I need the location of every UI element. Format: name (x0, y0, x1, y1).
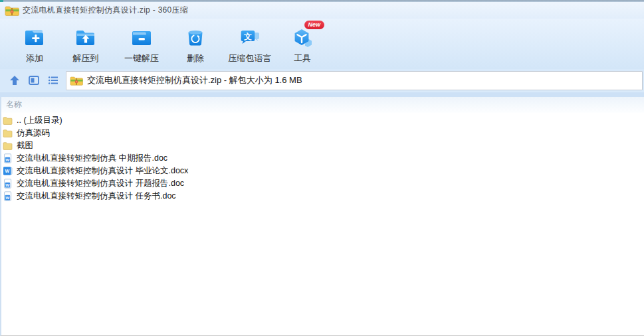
address-text: 交流电机直接转矩控制仿真设计.zip - 解包大小为 1.6 MB (87, 74, 302, 86)
word-docx-icon: W (3, 166, 13, 176)
titlebar: 交流电机直接转矩控制仿真设计.zip - 360压缩 (0, 2, 644, 19)
column-header-label: 名称 (6, 99, 22, 110)
nav-icons (0, 74, 66, 86)
list-item-docx[interactable]: W 交流电机直接转矩控制仿真设计 毕业论文.docx (1, 165, 644, 177)
archive-language-button-label: 压缩包语言 (229, 52, 272, 64)
column-header-name[interactable]: 名称 (1, 97, 644, 113)
preview-pane-icon[interactable] (28, 74, 40, 86)
extract-to-button-label: 解压到 (73, 52, 99, 64)
360zip-window: 交流电机直接转矩控制仿真设计.zip - 360压缩 添加 解 (0, 0, 644, 336)
svg-text:W: W (5, 169, 9, 173)
file-name: 交流电机直接转矩控制仿真 中期报告.doc (17, 153, 167, 164)
one-click-extract-icon (130, 27, 153, 49)
extract-to-button[interactable]: 解压到 (58, 25, 113, 64)
file-name: .. (上级目录) (17, 115, 62, 126)
svg-text:W: W (5, 157, 9, 162)
folder-icon (3, 116, 13, 126)
separator-band (0, 92, 644, 97)
delete-button-label: 删除 (187, 52, 204, 64)
list-item-folder[interactable]: 仿真源码 (1, 127, 644, 139)
add-folder-icon (23, 27, 46, 49)
word-doc-icon: W (3, 191, 13, 201)
archive-language-icon: 文 (239, 27, 261, 49)
add-button-label: 添加 (26, 52, 43, 64)
list-item-doc[interactable]: W 交流电机直接转矩控制仿真设计 开题报告.doc (1, 177, 644, 190)
window-title: 交流电机直接转矩控制仿真设计.zip - 360压缩 (23, 5, 188, 16)
new-badge: New (304, 21, 324, 29)
folder-icon (3, 141, 13, 151)
file-name: 交流电机直接转矩控制仿真设计 任务书.doc (17, 191, 176, 202)
list-item-doc[interactable]: W 交流电机直接转矩控制仿真设计 任务书.doc (1, 190, 644, 203)
up-icon[interactable] (9, 74, 21, 86)
file-name: 交流电机直接转矩控制仿真设计 毕业论文.docx (17, 165, 188, 177)
folder-icon (3, 128, 13, 138)
one-click-extract-button-label: 一键解压 (124, 52, 159, 64)
file-list: .. (上级目录) 仿真源码 截图 W (1, 113, 644, 203)
file-name: 交流电机直接转矩控制仿真设计 开题报告.doc (17, 178, 184, 189)
address-bar: 交流电机直接转矩控制仿真设计.zip - 解包大小为 1.6 MB (0, 69, 644, 92)
list-item-doc[interactable]: W 交流电机直接转矩控制仿真 中期报告.doc (1, 152, 644, 165)
extract-to-icon (74, 27, 97, 49)
address-input[interactable]: 交流电机直接转矩控制仿真设计.zip - 解包大小为 1.6 MB (66, 71, 643, 90)
tools-cube-icon (291, 27, 314, 49)
zip-archive-icon (70, 75, 83, 86)
toolbar: 添加 解压到 一键解压 (0, 19, 644, 69)
file-list-panel: 名称 .. (上级目录) 仿真源码 截图 (0, 97, 644, 336)
add-button[interactable]: 添加 (11, 25, 58, 64)
svg-text:W: W (5, 183, 9, 187)
word-doc-icon: W (3, 153, 13, 163)
list-item-parent-dir[interactable]: .. (上级目录) (1, 114, 644, 127)
tools-button-label: 工具 (294, 52, 311, 64)
delete-trash-icon (184, 27, 207, 49)
svg-text:W: W (5, 195, 9, 200)
list-item-folder[interactable]: 截图 (1, 139, 644, 152)
file-name: 截图 (17, 140, 33, 151)
svg-text:文: 文 (243, 32, 252, 41)
word-doc-icon: W (3, 179, 13, 189)
archive-language-button[interactable]: 文 压缩包语言 (221, 25, 279, 64)
delete-button[interactable]: 删除 (170, 25, 221, 64)
list-view-icon[interactable] (47, 74, 59, 86)
one-click-extract-button[interactable]: 一键解压 (113, 25, 170, 64)
file-name: 仿真源码 (17, 127, 50, 139)
tools-button[interactable]: New 工具 (279, 25, 326, 64)
zip-archive-icon (5, 5, 19, 17)
